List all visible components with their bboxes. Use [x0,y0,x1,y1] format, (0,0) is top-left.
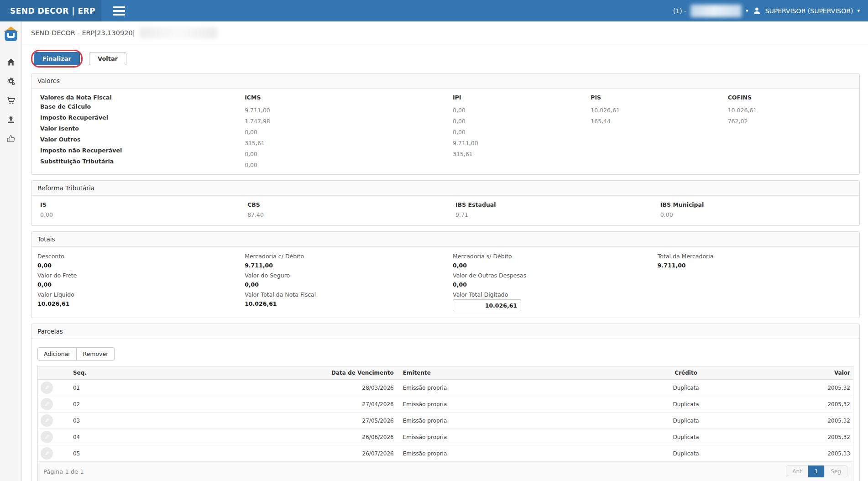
cell-value [728,151,853,162]
cell-vencimento: 26/06/2026 [282,429,397,445]
total-label: Mercadoria c/ Débito [245,251,453,260]
app-logo-icon[interactable] [3,26,19,42]
pagination-prev-button[interactable]: Ant [786,465,808,477]
chevron-down-icon[interactable]: ▾ [746,8,748,14]
settings-gears-icon[interactable] [6,77,16,86]
pagination-label: Página 1 de 1 [43,468,84,475]
chevron-down-icon[interactable]: ▾ [857,8,860,14]
cell-seq: 02 [70,396,282,413]
cell-seq: 01 [70,380,282,396]
pagination-page-1-button[interactable]: 1 [808,465,825,477]
total-value: 0,00 [37,279,245,289]
row-label: Imposto não Recuperável [37,147,245,158]
row-label: Base de Cálculo [37,103,245,114]
cell-value: 9.711,00 [245,107,453,118]
shopping-cart-icon[interactable] [6,96,16,105]
pagination-next-button[interactable]: Seg [824,465,847,477]
user-menu[interactable]: SUPERVISOR (SUPERVISOR) [765,7,853,15]
totais-panel: Totais Desconto Mercadoria c/ Débito Mer… [31,231,860,318]
cell-credito: Duplicata [592,413,780,429]
column-header-pis: PIS [591,92,727,103]
parcelas-panel-title: Parcelas [31,324,859,339]
cell-value: 1.747,98 [245,118,453,129]
page-title: SEND DECOR - ERP|23.130920| [31,29,135,37]
edit-pencil-icon[interactable]: ✎ [41,398,53,410]
upload-icon[interactable] [6,115,16,124]
table-row[interactable]: ✎ 01 28/03/2026 Emissão propria Duplicat… [38,380,853,396]
total-label: Valor Líquido [37,289,245,298]
cell-credito: Duplicata [592,429,780,445]
top-navbar: SEND DECOR | ERP (1) - ▾ SUPERVISOR (SUP… [0,0,868,21]
table-row[interactable]: ✎ 02 27/04/2026 Emissão propria Duplicat… [38,396,853,413]
cell-seq: 04 [70,429,282,445]
total-value: 0,00 [37,260,245,270]
total-label: Valor do Frete [37,270,245,279]
reforma-tributaria-panel: Reforma Tributária IS CBS IBS Estadual I… [31,180,860,226]
table-row[interactable]: ✎ 05 26/07/2026 Emissão propria Duplicat… [38,445,853,462]
reforma-label-is: IS [37,199,245,209]
finalizar-button[interactable]: Finalizar [34,52,80,65]
cell-value: 0,00 [245,162,453,173]
voltar-button[interactable]: Voltar [89,52,126,65]
total-value: 10.026,61 [37,298,245,312]
home-icon[interactable] [6,58,16,67]
adicionar-button[interactable]: Adicionar [37,347,77,361]
column-header-ipi: IPI [453,92,591,103]
reforma-panel-title: Reforma Tributária [31,181,859,196]
table-row[interactable]: ✎ 03 27/05/2026 Emissão propria Duplicat… [38,413,853,429]
cell-value: 0,00 [453,129,591,140]
cell-value: 315,61 [453,151,591,162]
row-label: Valor Isento [37,125,245,136]
cell-value: 0,00 [245,129,453,140]
column-header-icms: ICMS [245,92,453,103]
cell-value: 315,61 [245,140,453,151]
cell-valor: 2005,32 [780,396,853,413]
total-value: 0,00 [245,279,453,289]
remover-button[interactable]: Remover [77,347,115,361]
table-row[interactable]: ✎ 04 26/06/2026 Emissão propria Duplicat… [38,429,853,445]
redacted-document-ref [140,27,217,38]
edit-pencil-icon[interactable]: ✎ [41,431,53,443]
total-label: Valor Total Digitado [453,289,658,298]
cell-value [591,151,727,162]
reforma-value: 0,00 [37,209,245,220]
cell-vencimento: 27/04/2026 [282,396,397,413]
valores-panel: Valores Valores da Nota Fiscal ICMS IPI … [31,73,860,175]
valor-total-digitado-input[interactable] [453,299,521,311]
col-header-valor: Valor [780,366,853,380]
cell-valor: 2005,32 [780,413,853,429]
edit-pencil-icon[interactable]: ✎ [41,414,53,427]
total-value: 10.026,61 [245,298,453,312]
row-label: Substituição Tributária [37,158,245,169]
cell-value: 762,02 [728,118,853,129]
valores-header-label: Valores da Nota Fiscal [37,92,245,103]
cell-emitente: Emissão propria [397,429,592,445]
cell-value: 10.026,61 [591,107,727,118]
user-icon [753,6,761,15]
total-label: Valor de Outras Despesas [453,270,658,279]
thumbs-up-icon[interactable] [6,134,16,143]
left-sidebar [0,21,22,481]
edit-pencil-icon[interactable]: ✎ [41,382,53,394]
cell-credito: Duplicata [592,380,780,396]
reforma-value: 87,40 [245,209,453,220]
col-header-vencimento: Data de Vencimento [282,366,397,380]
total-label: Total da Mercadoria [658,251,853,260]
cell-valor: 2005,32 [780,380,853,396]
parcelas-table: Seq. Data de Vencimento Emitente Crédito… [37,366,853,462]
pagination-bar: Página 1 de 1 Ant 1 Seg [37,462,853,481]
cell-valor: 2005,33 [780,445,853,462]
cell-vencimento: 28/03/2026 [282,380,397,396]
valores-panel-title: Valores [31,73,859,89]
total-value: 0,00 [453,279,658,289]
cell-value [728,140,853,151]
col-header-credito: Crédito [592,366,780,380]
edit-pencil-icon[interactable]: ✎ [41,447,53,460]
cell-value [591,162,727,173]
cell-value: 0,00 [245,151,453,162]
menu-toggle-button[interactable] [107,0,131,21]
cell-value: 9.711,00 [453,140,591,151]
cell-credito: Duplicata [592,396,780,413]
column-header-cofins: COFINS [728,92,853,103]
row-label: Valor Outros [37,136,245,147]
